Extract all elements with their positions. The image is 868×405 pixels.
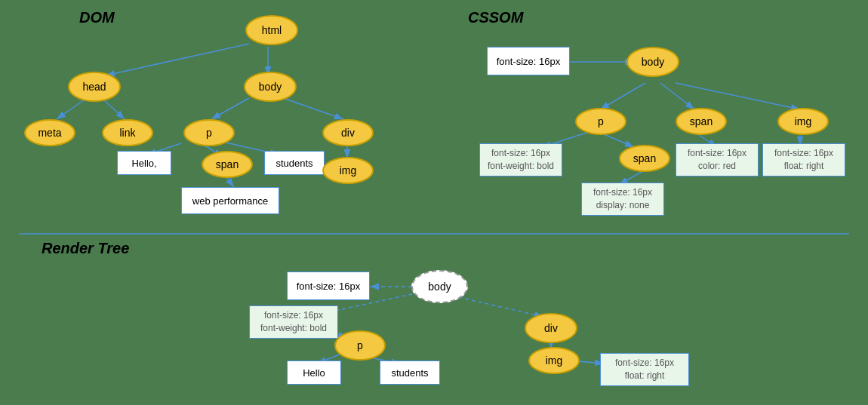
cssom-img-style-box: font-size: 16px float: right (762, 143, 845, 176)
render-img-node: img (528, 347, 580, 374)
dom-html-node: html (245, 15, 298, 45)
svg-line-5 (102, 98, 125, 119)
render-p-style-box: font-size: 16px font-weight: bold (249, 305, 338, 339)
arrows-svg (0, 0, 868, 405)
dom-hello-box: Hello, (117, 151, 171, 175)
cssom-span-p-node: span (619, 145, 670, 172)
render-div-node: div (525, 313, 577, 343)
svg-line-16 (676, 83, 800, 109)
cssom-p-style-box: font-size: 16px font-weight: bold (479, 143, 562, 176)
dom-img-node: img (322, 157, 374, 184)
cssom-span-p-style-box: font-size: 16px display: none (581, 183, 664, 216)
svg-line-2 (106, 44, 249, 75)
dom-meta-node: meta (24, 119, 75, 146)
render-body-node: body (411, 270, 468, 303)
svg-line-4 (57, 98, 87, 119)
cssom-body-style-box: font-size: 16px (487, 47, 570, 75)
svg-line-18 (604, 134, 634, 147)
render-tree-title: Render Tree (42, 240, 129, 257)
dom-head-node: head (68, 72, 121, 102)
cssom-p-node: p (575, 108, 626, 135)
cssom-img-node: img (777, 108, 829, 135)
cssom-span-node: span (676, 108, 727, 135)
render-body-style-box: font-size: 16px (287, 272, 370, 300)
render-p-node: p (334, 330, 386, 361)
dom-students-box: students (264, 151, 325, 175)
cssom-title: CSSOM (468, 9, 523, 26)
svg-line-11 (226, 177, 234, 187)
svg-line-6 (211, 98, 249, 119)
dom-link-node: link (102, 119, 153, 146)
render-students-box: students (380, 361, 440, 385)
dom-div-node: div (322, 119, 374, 146)
svg-line-7 (283, 98, 343, 119)
dom-webperf-box: web performance (181, 187, 279, 214)
render-hello-box: Hello (287, 361, 341, 385)
svg-line-15 (660, 83, 694, 109)
dom-body-node: body (244, 72, 297, 102)
dom-p-node: p (183, 119, 235, 146)
diagram-container: DOM html head body meta link p div Hello… (0, 0, 868, 405)
dom-span-node: span (202, 151, 253, 178)
cssom-body-node: body (626, 47, 679, 77)
svg-line-14 (600, 83, 645, 109)
cssom-span-style-box: font-size: 16px color: red (676, 143, 759, 176)
dom-title: DOM (79, 9, 115, 26)
render-img-style-box: font-size: 16px float: right (600, 353, 689, 386)
